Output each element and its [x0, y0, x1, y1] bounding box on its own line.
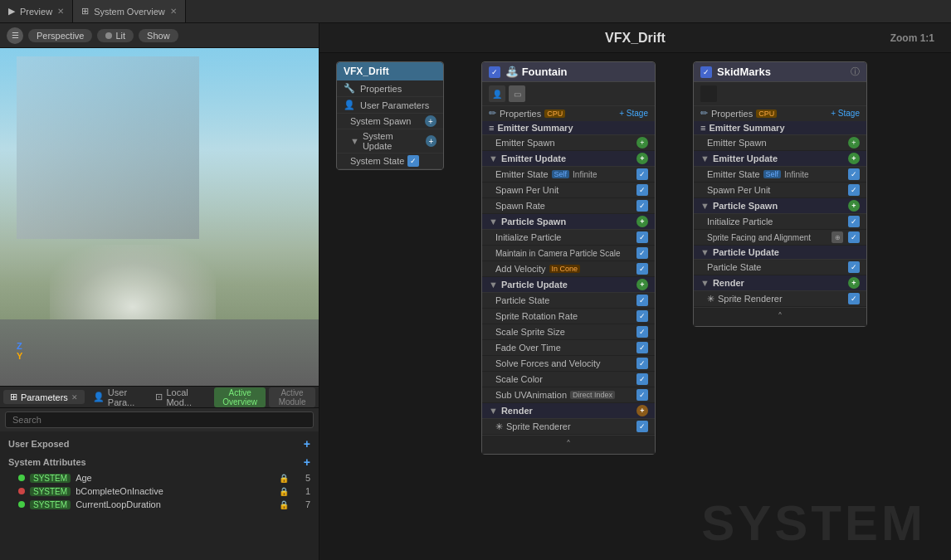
system-spawn-add[interactable]: + [425, 115, 436, 127]
params-tab-0-close[interactable]: ✕ [71, 393, 78, 402]
top-bar: ▶ Preview ✕ ⊞ System Overview ✕ [0, 0, 951, 23]
skidmarks-emitter-spawn-label: Emitter Spawn [707, 138, 845, 148]
skidmarks-emitter-summary[interactable]: ≡ Emitter Summary [694, 121, 866, 135]
skidmarks-sprite-facing-row: Sprite Facing and Alignment ⊕ ✓ [694, 230, 866, 246]
fountain-render-section[interactable]: ▼ Render + [482, 403, 655, 419]
skidmarks-emitter-update-add[interactable]: + [848, 153, 860, 164]
preview-header: ☰ Perspective Lit Show [0, 23, 319, 48]
skidmarks-particle-spawn-label: Particle Spawn [713, 201, 778, 211]
skidmarks-render-add[interactable]: + [848, 277, 860, 289]
skidmarks-cpu-badge: CPU [756, 110, 777, 118]
show-button[interactable]: Show [139, 29, 178, 42]
emitter-spawn-add[interactable]: + [636, 137, 648, 149]
fountain-sprite-rotation-check[interactable]: ✓ [636, 310, 648, 322]
skidmarks-sprite-facing-extra[interactable]: ⊕ [832, 231, 843, 243]
system-update-item[interactable]: ▼ System Update + [337, 129, 443, 153]
fountain-scale-color-check[interactable]: ✓ [636, 373, 648, 385]
params-body: User Exposed + System Attributes + SYSTE… [0, 431, 319, 560]
search-input[interactable] [5, 411, 314, 428]
params-tab-parameters[interactable]: ⊞ Parameters ✕ [3, 390, 85, 404]
fountain-particle-spawn-section[interactable]: ▼ Particle Spawn + [482, 214, 655, 230]
skidmarks-title-text: SkidMarks [717, 66, 771, 78]
fountain-render-add[interactable]: + [636, 405, 648, 416]
fountain-emitter-update-section[interactable]: ▼ Emitter Update + [482, 151, 655, 167]
fountain-add-velocity-check[interactable]: ✓ [636, 263, 648, 275]
active-overview-button[interactable]: Active Overview [214, 387, 266, 407]
system-spawn-item[interactable]: System Spawn + [337, 114, 443, 129]
fountain-icon-btn-1[interactable]: 👤 [489, 85, 505, 102]
fountain-spawn-per-unit-check[interactable]: ✓ [636, 184, 648, 196]
perspective-button[interactable]: Perspective [28, 29, 92, 42]
fountain-emitter-summary[interactable]: ≡ Emitter Summary [482, 121, 655, 135]
fountain-fade-over-time-check[interactable]: ✓ [636, 342, 648, 353]
menu-button[interactable]: ☰ [7, 27, 23, 44]
skidmarks-particle-spawn-add[interactable]: + [848, 200, 860, 212]
skidmarks-sprite-renderer-check[interactable]: ✓ [848, 293, 860, 304]
lit-button[interactable]: Lit [97, 29, 134, 42]
skidmarks-init-particle-check[interactable]: ✓ [848, 216, 860, 227]
fountain-stage-btn[interactable]: + Stage [619, 109, 648, 118]
emitter-update-label: Emitter Update [501, 153, 566, 163]
fountain-emitter-state-check[interactable]: ✓ [636, 168, 648, 180]
skidmarks-emitter-update-section[interactable]: ▼ Emitter Update + [694, 151, 866, 167]
loopduration-name: CurrentLoopDuration [76, 499, 274, 509]
fountain-sub-uv-row: Sub UVAnimation Direct Index ✓ [482, 387, 655, 403]
skidmarks-nav-up[interactable]: ˄ [778, 311, 783, 323]
particle-spawn-expand: ▼ [489, 217, 498, 226]
vfx-properties-item[interactable]: 🔧 Properties [337, 80, 443, 97]
viewport: Z Y [0, 48, 319, 386]
fountain-scale-sprite-check[interactable]: ✓ [636, 326, 648, 338]
particle-update-add[interactable]: + [636, 279, 648, 290]
params-tab-local-mod[interactable]: ⊡ Local Mod... [149, 386, 207, 409]
active-module-button[interactable]: Active Module [269, 387, 315, 407]
system-attributes-add[interactable]: + [304, 455, 310, 469]
fountain-spawn-rate-check[interactable]: ✓ [636, 200, 648, 212]
skidmarks-render-section[interactable]: ▼ Render + [694, 275, 866, 291]
skidmarks-stage-btn[interactable]: + Stage [831, 109, 860, 118]
skidmarks-particle-update-expand: ▼ [700, 247, 710, 257]
system-state-item[interactable]: System State ✓ [337, 153, 443, 169]
user-exposed-add[interactable]: + [304, 437, 310, 450]
fountain-spawn-rate-row: Spawn Rate ✓ [482, 198, 655, 214]
fountain-fade-over-time-label: Fade Over Time [495, 343, 633, 353]
fountain-emitter-spawn: Emitter Spawn + [482, 135, 655, 151]
skidmarks-sprite-facing-check[interactable]: ✓ [848, 231, 860, 243]
skidmarks-spawn-per-unit-check[interactable]: ✓ [848, 184, 860, 196]
preview-tab-close[interactable]: ✕ [57, 7, 64, 16]
skidmarks-particle-spawn-section[interactable]: ▼ Particle Spawn + [694, 198, 866, 214]
tab-system-overview[interactable]: ⊞ System Overview ✕ [73, 0, 186, 22]
fountain-particle-update-section[interactable]: ▼ Particle Update + [482, 277, 655, 293]
skidmarks-particle-state-check[interactable]: ✓ [848, 261, 860, 273]
params-tab-user-para[interactable]: 👤 User Para... [86, 386, 148, 409]
fountain-solve-forces-check[interactable]: ✓ [636, 358, 648, 369]
system-overview-tab-close[interactable]: ✕ [170, 7, 177, 16]
system-update-add[interactable]: + [426, 135, 436, 147]
skidmarks-emitter-state-check[interactable]: ✓ [848, 168, 860, 180]
fountain-init-particle-check[interactable]: ✓ [636, 231, 648, 243]
emitter-update-add[interactable]: + [636, 153, 648, 164]
fountain-camera-scale-check[interactable]: ✓ [636, 247, 648, 259]
fountain-sprite-renderer-label: Sprite Renderer [506, 421, 633, 431]
fountain-emitter-state-label: Emitter State [495, 169, 549, 179]
fountain-sub-uv-check[interactable]: ✓ [636, 389, 648, 401]
skidmarks-icon-btn-1[interactable] [700, 85, 717, 102]
fountain-particle-state-check[interactable]: ✓ [636, 295, 648, 306]
loopduration-lock: 🔒 [279, 500, 289, 509]
age-lock: 🔒 [279, 474, 289, 483]
skidmarks-emitter-spawn-add[interactable]: + [848, 137, 860, 149]
skidmarks-particle-update-section[interactable]: ▼ Particle Update [694, 246, 866, 260]
fountain-icon-btn-2[interactable]: ▭ [509, 85, 525, 102]
system-attributes-section[interactable]: System Attributes + [5, 453, 314, 471]
node-graph-area[interactable]: VFX_Drift 🔧 Properties 👤 User Parameters… [319, 53, 951, 560]
skidmarks-check[interactable]: ✓ [700, 66, 712, 78]
particle-spawn-add[interactable]: + [636, 216, 648, 227]
skidmarks-info-icon[interactable]: ⓘ [851, 66, 860, 78]
fountain-check[interactable]: ✓ [489, 66, 500, 78]
vfx-user-params-item[interactable]: 👤 User Parameters [337, 97, 443, 114]
tab-preview[interactable]: ▶ Preview ✕ [0, 0, 73, 22]
user-exposed-section[interactable]: User Exposed + [5, 435, 314, 453]
fountain-nav-up[interactable]: ˄ [566, 439, 571, 450]
fountain-sprite-renderer-check[interactable]: ✓ [636, 421, 648, 432]
skidmarks-title: SkidMarks [717, 66, 846, 78]
fountain-init-particle-label: Initialize Particle [495, 232, 633, 242]
